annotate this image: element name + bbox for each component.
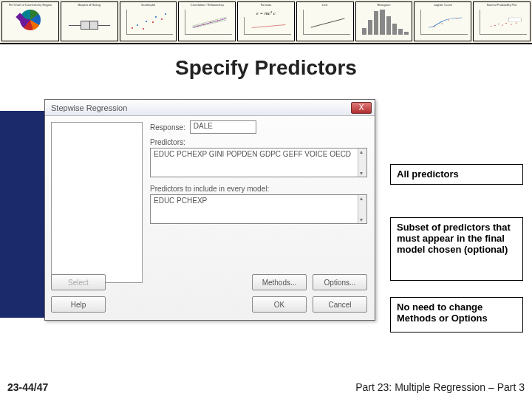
thumb-formula: Formula ε = mc² c	[237, 1, 295, 41]
dialog-body: Response: DALE Predictors: EDUC PCHEXP G…	[45, 116, 375, 320]
methods-button[interactable]: Methods...	[252, 274, 307, 290]
thumb-title: Line	[297, 2, 353, 7]
thumb-regression: Correlation / Relationship	[178, 1, 236, 41]
svg-point-5	[210, 22, 211, 23]
include-input[interactable]: EDUC PCHEXP	[150, 194, 367, 224]
dialog-title: Stepwise Regression	[51, 103, 127, 112]
line-icon	[244, 17, 291, 35]
cancel-button[interactable]: Cancel	[313, 296, 367, 313]
thumb-logistic: Logistic Curve	[414, 1, 471, 41]
thumb-title: Scatterplot	[120, 2, 177, 7]
svg-point-3	[197, 26, 199, 27]
svg-line-7	[252, 25, 286, 28]
help-button[interactable]: Help	[51, 296, 106, 313]
line-icon	[303, 10, 350, 35]
regression-icon	[185, 10, 232, 35]
svg-point-10	[442, 24, 443, 24]
response-label: Response:	[150, 123, 185, 132]
svg-line-2	[193, 20, 227, 28]
page-title: Specify Predictors	[0, 56, 532, 80]
boxplot-icon	[64, 15, 115, 35]
svg-point-11	[448, 20, 449, 21]
svg-point-14	[491, 26, 492, 27]
svg-point-12	[457, 18, 458, 18]
svg-rect-13	[509, 18, 522, 21]
thumb-probplot: Normal Probability Plot	[473, 1, 531, 41]
thumb-title: Pie Chart of Countries by Region	[2, 2, 58, 7]
footer-right: Part 23: Multiple Regression – Part 3	[355, 381, 525, 393]
decorative-sidebar	[0, 111, 44, 318]
stepwise-regression-dialog: Stepwise Regression X Response: DALE Pre…	[44, 99, 375, 321]
slide-number: 23-44/47	[7, 381, 48, 393]
dialog-button-row-1: Select Methods... Options...	[51, 274, 367, 290]
callout-all-predictors: All predictors	[390, 164, 523, 185]
callout-subset: Subset of predictors that must appear in…	[390, 217, 523, 281]
thumb-scatter: Scatterplot	[120, 1, 177, 41]
thumb-title: Formula	[238, 2, 294, 7]
scrollbar-icon[interactable]	[358, 149, 366, 177]
svg-line-8	[311, 18, 345, 27]
svg-point-19	[511, 24, 512, 25]
formula-text: ε = mc² c	[238, 10, 294, 16]
select-button[interactable]: Select	[51, 274, 106, 290]
svg-point-4	[203, 24, 205, 25]
thumb-boxplot: Boxplot of Rating	[61, 1, 118, 41]
predictors-label: Predictors:	[150, 138, 367, 146]
thumb-line: Line	[296, 1, 354, 41]
thumb-title: Boxplot of Rating	[61, 2, 117, 7]
thumb-pie: Pie Chart of Countries by Region	[1, 1, 59, 41]
pie-icon	[20, 10, 41, 30]
svg-point-16	[498, 24, 499, 24]
include-label: Predictors to include in every model:	[150, 185, 367, 193]
callout-methods-options: No need to change Methods or Options	[390, 297, 523, 332]
thumb-title: Histogram	[356, 2, 412, 7]
thumb-histogram: Histogram	[355, 1, 413, 41]
svg-point-15	[494, 25, 496, 26]
svg-point-9	[434, 27, 436, 27]
svg-point-18	[505, 23, 507, 24]
scatter-icon	[126, 10, 174, 35]
body-region: Stepwise Regression X Response: DALE Pre…	[0, 96, 532, 332]
svg-line-1	[193, 17, 227, 26]
svg-point-17	[502, 25, 503, 26]
histogram-icon	[362, 8, 409, 35]
footer: 23-44/47 Part 23: Multiple Regression – …	[7, 381, 525, 393]
s-curve-icon	[420, 10, 468, 35]
variable-list-box[interactable]	[51, 122, 143, 283]
close-button[interactable]: X	[351, 102, 372, 114]
dialog-button-row-2: Help OK Cancel	[51, 296, 367, 313]
options-button[interactable]: Options...	[313, 274, 367, 290]
thumb-title: Correlation / Relationship	[179, 2, 235, 7]
close-icon: X	[359, 103, 364, 112]
svg-point-20	[516, 23, 517, 24]
ok-button[interactable]: OK	[252, 296, 307, 313]
dialog-titlebar: Stepwise Regression X	[45, 100, 375, 116]
thumb-title: Logistic Curve	[415, 2, 471, 7]
predictors-input[interactable]: EDUC PCHEXP GINI POPDEN GDPC GEFF VOICE …	[150, 148, 367, 177]
thumbnail-banner: Pie Chart of Countries by Region Boxplot…	[0, 0, 532, 44]
thumb-title: Normal Probability Plot	[474, 2, 530, 7]
scrollbar-icon[interactable]	[358, 195, 366, 223]
dialog-fields: Response: DALE Predictors: EDUC PCHEXP G…	[150, 120, 367, 283]
response-input[interactable]: DALE	[190, 120, 256, 134]
svg-point-6	[217, 21, 219, 21]
probplot-icon	[480, 10, 527, 35]
